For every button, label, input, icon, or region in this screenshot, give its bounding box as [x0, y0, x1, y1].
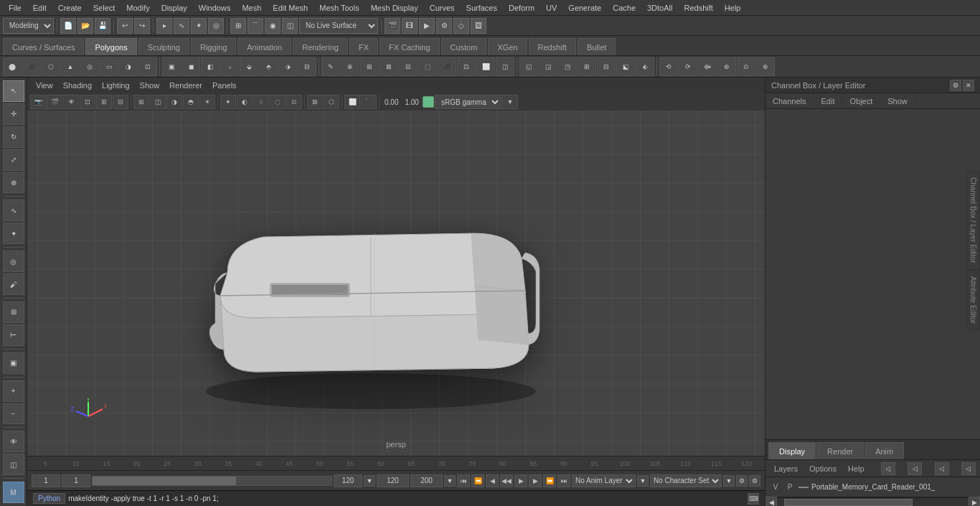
- layout-btn[interactable]: ▣: [3, 352, 24, 374]
- tab-bullet[interactable]: Bullet: [578, 38, 616, 55]
- vp-aa-icon[interactable]: ◌: [270, 95, 286, 109]
- vp-sel1-icon[interactable]: ⊡: [80, 95, 95, 109]
- cone-icon-btn[interactable]: ▲: [61, 57, 80, 76]
- subset4-icon[interactable]: ⬦: [220, 57, 239, 76]
- deform5-icon[interactable]: ⊙: [737, 57, 755, 76]
- tab-show[interactable]: Show: [880, 93, 915, 108]
- layers-tab-options[interactable]: Options: [805, 464, 841, 473]
- undo-btn[interactable]: ↩: [117, 18, 133, 34]
- menu-surfaces[interactable]: Surfaces: [461, 2, 503, 14]
- ipr-btn[interactable]: ▶: [419, 18, 435, 34]
- deform2-icon[interactable]: ⟳: [679, 57, 697, 76]
- vp-ao-icon[interactable]: ○: [253, 95, 269, 109]
- soft-sel-btn[interactable]: ◎: [208, 18, 224, 34]
- disc-icon-btn[interactable]: ◑: [119, 57, 138, 76]
- tab-custom[interactable]: Custom: [441, 38, 487, 55]
- tab-channels[interactable]: Channels: [765, 93, 814, 108]
- paint-btn[interactable]: ✦: [191, 18, 207, 34]
- edit10-icon[interactable]: ◫: [496, 57, 514, 76]
- tab-rendering[interactable]: Rendering: [293, 38, 348, 55]
- timeline-slider[interactable]: [92, 476, 332, 486]
- grid-btn[interactable]: ⊞: [3, 301, 24, 323]
- menu-redshift[interactable]: Redshift: [678, 2, 718, 14]
- vp-dof-icon[interactable]: ⊙: [286, 95, 302, 109]
- vp-wireframe-icon[interactable]: ◫: [150, 95, 166, 109]
- cube-icon-btn[interactable]: ⬛: [22, 57, 41, 76]
- anim-settings-btn[interactable]: ⚙: [749, 475, 760, 487]
- live-surface-dropdown[interactable]: No Live Surface: [299, 18, 378, 34]
- paint-sel-btn[interactable]: ✦: [3, 222, 24, 244]
- new-layer4-btn[interactable]: ◁: [961, 462, 976, 475]
- snap-grid-btn[interactable]: ⊞: [230, 18, 246, 34]
- vp-xray-icon[interactable]: ✦: [220, 95, 236, 109]
- menu-mesh-tools[interactable]: Mesh Tools: [314, 2, 364, 14]
- render-btn[interactable]: 🎬: [385, 18, 400, 34]
- menu-display[interactable]: Display: [156, 2, 193, 14]
- render-seq-btn[interactable]: 🎞: [402, 18, 418, 34]
- edit2-icon[interactable]: ⊕: [341, 57, 359, 76]
- menu-cache[interactable]: Cache: [607, 2, 641, 14]
- vp-shadow-icon[interactable]: ◐: [237, 95, 253, 109]
- pipe-icon-btn[interactable]: ⊡: [138, 57, 157, 76]
- menu-edit[interactable]: Edit: [27, 2, 52, 14]
- edit7-icon[interactable]: ⬛: [438, 57, 456, 76]
- viewport-3d[interactable]: X Y Z persp: [27, 111, 765, 456]
- deform6-icon[interactable]: ⊚: [756, 57, 775, 76]
- redo-btn[interactable]: ↪: [134, 18, 150, 34]
- subset8-icon[interactable]: ⊟: [298, 57, 316, 76]
- torus-icon-btn[interactable]: ◎: [80, 57, 99, 76]
- next-key-btn[interactable]: ⏩: [543, 474, 556, 487]
- layer-row[interactable]: V P Portable_Memory_Card_Reader_001_: [765, 477, 980, 497]
- char-set-dropdown[interactable]: No Character Set: [650, 474, 722, 487]
- edit6-icon[interactable]: ⬚: [418, 57, 437, 76]
- step-back-btn[interactable]: ◀: [486, 474, 499, 487]
- prev-key-btn[interactable]: ⏪: [471, 474, 484, 487]
- vp-grid-icon[interactable]: ⊞: [133, 95, 149, 109]
- sphere-icon-btn[interactable]: ⬤: [3, 57, 22, 76]
- workspace-dropdown[interactable]: Modeling: [3, 18, 54, 34]
- playback-settings-btn[interactable]: ⚙: [736, 475, 748, 487]
- vp-menu-show[interactable]: Show: [136, 80, 164, 91]
- frame-end-adjust[interactable]: ▼: [364, 475, 375, 487]
- color-space-icon[interactable]: [423, 96, 434, 108]
- snap-view-btn[interactable]: ◫: [282, 18, 298, 34]
- anim-layer-dropdown[interactable]: No Anim Layer: [572, 474, 636, 487]
- tab-edit[interactable]: Edit: [814, 93, 842, 108]
- plus-btn[interactable]: +: [3, 380, 24, 402]
- menu-edit-mesh[interactable]: Edit Mesh: [267, 2, 314, 14]
- vp-menu-lighting[interactable]: Lighting: [98, 80, 134, 91]
- subset1-icon[interactable]: ▣: [162, 57, 181, 76]
- cylinder-icon-btn[interactable]: ⬡: [42, 57, 60, 76]
- menu-help[interactable]: Help: [719, 2, 747, 14]
- layer-scrollbar[interactable]: ◀ ▶: [765, 497, 980, 506]
- jump-start-btn[interactable]: ⏮: [457, 474, 470, 487]
- tab-fx[interactable]: FX: [349, 38, 378, 55]
- menu-mesh[interactable]: Mesh: [236, 2, 267, 14]
- subset2-icon[interactable]: ◼: [182, 57, 200, 76]
- snap-curve-btn[interactable]: ⌒: [248, 18, 263, 34]
- soft-mod-btn[interactable]: ◎: [3, 250, 24, 272]
- subset6-icon[interactable]: ⬘: [259, 57, 278, 76]
- menu-modify[interactable]: Modify: [121, 2, 155, 14]
- menu-3dtoall[interactable]: 3DtoAll: [641, 2, 678, 14]
- edit1-icon[interactable]: ✎: [321, 57, 340, 76]
- frame-end-right[interactable]: [377, 474, 409, 487]
- tab-rigging[interactable]: Rigging: [191, 38, 236, 55]
- vp-sel3-icon[interactable]: ⊟: [113, 95, 128, 109]
- render-settings-btn[interactable]: ⚙: [436, 18, 452, 34]
- subset5-icon[interactable]: ⬙: [240, 57, 258, 76]
- subset3-icon[interactable]: ◧: [201, 57, 220, 76]
- sym-btn[interactable]: ⊢: [3, 324, 24, 346]
- menu-uv[interactable]: UV: [540, 2, 562, 14]
- vp-resolution-icon[interactable]: ⬜: [344, 95, 360, 109]
- menu-mesh-display[interactable]: Mesh Display: [365, 2, 424, 14]
- vp-light-icon[interactable]: ☀: [199, 95, 215, 109]
- vp-shaded-icon[interactable]: ◑: [166, 95, 182, 109]
- frame-field-2[interactable]: [62, 474, 90, 487]
- new-layer3-btn[interactable]: ◁: [935, 462, 949, 475]
- mesh6-icon[interactable]: ⬕: [616, 57, 635, 76]
- vp-film-icon[interactable]: 🎬: [47, 95, 62, 109]
- frame-end-input[interactable]: [334, 474, 362, 487]
- move-tool-btn[interactable]: ✛: [3, 103, 24, 125]
- edit5-icon[interactable]: ⊟: [399, 57, 418, 76]
